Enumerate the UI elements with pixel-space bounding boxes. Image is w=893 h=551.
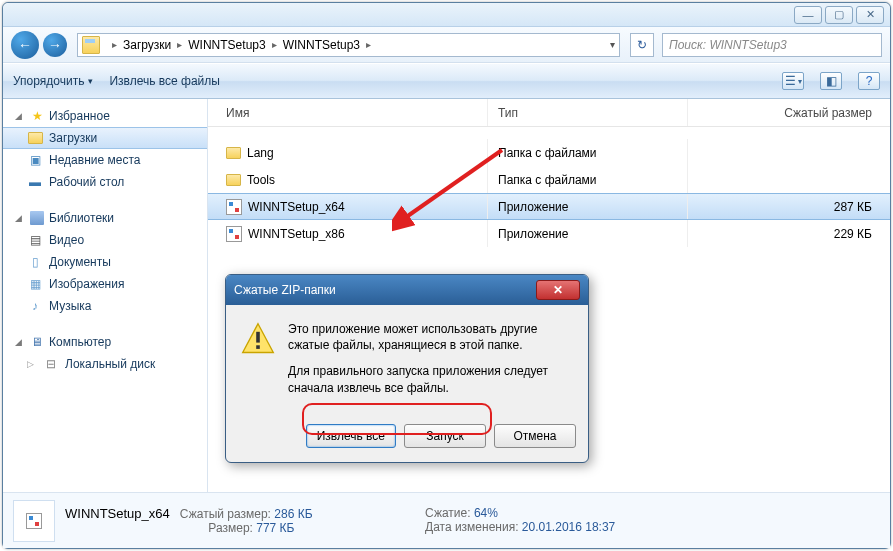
sidebar-item-downloads[interactable]: Загрузки: [3, 127, 207, 149]
sidebar: ◢ ★ Избранное Загрузки ▣ Недавние места …: [3, 99, 208, 492]
chevron-down-icon[interactable]: ▾: [610, 39, 615, 50]
search-input[interactable]: Поиск: WINNTSetup3: [662, 33, 882, 57]
sidebar-item-music[interactable]: ♪ Музыка: [3, 295, 207, 317]
back-button[interactable]: ←: [11, 31, 39, 59]
chevron-down-icon: ▾: [88, 76, 93, 86]
libraries-icon: [29, 210, 45, 226]
recent-icon: ▣: [27, 152, 43, 168]
expand-icon: ▷: [27, 359, 37, 369]
run-button[interactable]: Запуск: [404, 424, 486, 448]
chevron-right-icon[interactable]: ▸: [106, 39, 123, 50]
column-size[interactable]: Сжатый размер: [688, 99, 890, 126]
file-row[interactable]: LangПапка с файлами: [208, 139, 890, 166]
star-icon: ★: [29, 108, 45, 124]
file-type: Папка с файлами: [488, 166, 688, 193]
folder-icon: [28, 132, 43, 144]
column-type[interactable]: Тип: [488, 99, 688, 126]
breadcrumb-item[interactable]: WINNTSetup3: [188, 38, 265, 52]
breadcrumb-item[interactable]: Загрузки: [123, 38, 171, 52]
document-icon: ▯: [27, 254, 43, 270]
cancel-button[interactable]: Отмена: [494, 424, 576, 448]
sidebar-section-computer[interactable]: ◢ 🖥 Компьютер: [3, 331, 207, 353]
column-headers: Имя Тип Сжатый размер: [208, 99, 890, 127]
sidebar-item-recent[interactable]: ▣ Недавние места: [3, 149, 207, 171]
dialog-message-2: Для правильного запуска приложения следу…: [288, 363, 574, 395]
file-name: WINNTSetup_x86: [248, 227, 345, 241]
svg-rect-2: [256, 345, 260, 349]
column-name[interactable]: Имя: [208, 99, 488, 126]
file-thumbnail: [13, 500, 55, 542]
extract-all-button[interactable]: Извлечь все файлы: [109, 74, 219, 88]
navbar: ← → ▸ Загрузки ▸ WINNTSetup3 ▸ WINNTSetu…: [3, 27, 890, 63]
forward-button[interactable]: →: [43, 33, 67, 57]
folder-icon: [226, 174, 241, 186]
toolbar: Упорядочить ▾ Извлечь все файлы ☰▾ ◧ ?: [3, 63, 890, 99]
chevron-right-icon[interactable]: ▸: [360, 39, 377, 50]
file-type: Приложение: [488, 194, 688, 219]
window-close-button[interactable]: ✕: [856, 6, 884, 24]
maximize-button[interactable]: ▢: [825, 6, 853, 24]
file-name: Lang: [247, 146, 274, 160]
file-size: [688, 166, 890, 193]
collapse-icon: ◢: [15, 337, 25, 347]
search-placeholder: Поиск: WINNTSetup3: [669, 38, 787, 52]
sidebar-item-desktop[interactable]: ▬ Рабочий стол: [3, 171, 207, 193]
svg-rect-1: [256, 332, 260, 343]
file-size: 287 КБ: [688, 194, 890, 219]
application-icon: [226, 226, 242, 242]
dialog-close-button[interactable]: ✕: [536, 280, 580, 300]
file-name: WINNTSetup_x64: [248, 200, 345, 214]
music-icon: ♪: [27, 298, 43, 314]
preview-pane-button[interactable]: ◧: [820, 72, 842, 90]
file-row[interactable]: ToolsПапка с файлами: [208, 166, 890, 193]
warning-icon: [240, 321, 276, 357]
file-name: Tools: [247, 173, 275, 187]
file-type: Папка с файлами: [488, 139, 688, 166]
address-bar[interactable]: ▸ Загрузки ▸ WINNTSetup3 ▸ WINNTSetup3 ▸…: [77, 33, 620, 57]
view-options-button[interactable]: ☰▾: [782, 72, 804, 90]
refresh-button[interactable]: ↻: [630, 33, 654, 57]
dialog-titlebar[interactable]: Сжатые ZIP-папки ✕: [226, 275, 588, 305]
details-filename: WINNTSetup_x64: [65, 506, 170, 521]
sidebar-item-documents[interactable]: ▯ Документы: [3, 251, 207, 273]
file-size: 229 КБ: [688, 220, 890, 247]
file-row[interactable]: WINNTSetup_x86Приложение229 КБ: [208, 220, 890, 247]
disk-icon: ⊟: [43, 356, 59, 372]
help-button[interactable]: ?: [858, 72, 880, 90]
video-icon: ▤: [27, 232, 43, 248]
computer-icon: 🖥: [29, 334, 45, 350]
sidebar-item-pictures[interactable]: ▦ Изображения: [3, 273, 207, 295]
file-size: [688, 139, 890, 166]
titlebar: — ▢ ✕: [3, 3, 890, 27]
collapse-icon: ◢: [15, 213, 25, 223]
dialog-message-1: Это приложение может использовать другие…: [288, 321, 574, 353]
minimize-button[interactable]: —: [794, 6, 822, 24]
sidebar-item-videos[interactable]: ▤ Видео: [3, 229, 207, 251]
chevron-right-icon[interactable]: ▸: [171, 39, 188, 50]
breadcrumb-item[interactable]: WINNTSetup3: [283, 38, 360, 52]
folder-icon: [226, 147, 241, 159]
file-row[interactable]: WINNTSetup_x64Приложение287 КБ: [208, 193, 890, 220]
extract-all-dialog-button[interactable]: Извлечь все: [306, 424, 396, 448]
sidebar-section-libraries[interactable]: ◢ Библиотеки: [3, 207, 207, 229]
folder-icon: [82, 36, 100, 54]
collapse-icon: ◢: [15, 111, 25, 121]
chevron-right-icon[interactable]: ▸: [266, 39, 283, 50]
desktop-icon: ▬: [27, 174, 43, 190]
sidebar-item-localdisk[interactable]: ▷ ⊟ Локальный диск: [3, 353, 207, 375]
sidebar-section-favorites[interactable]: ◢ ★ Избранное: [3, 105, 207, 127]
dialog-title: Сжатые ZIP-папки: [234, 283, 536, 297]
details-pane: WINNTSetup_x64 Сжатый размер: 286 КБ Раз…: [3, 492, 890, 548]
zip-dialog: Сжатые ZIP-папки ✕ Это приложение может …: [225, 274, 589, 463]
application-icon: [226, 199, 242, 215]
file-type: Приложение: [488, 220, 688, 247]
organize-button[interactable]: Упорядочить ▾: [13, 74, 93, 88]
picture-icon: ▦: [27, 276, 43, 292]
